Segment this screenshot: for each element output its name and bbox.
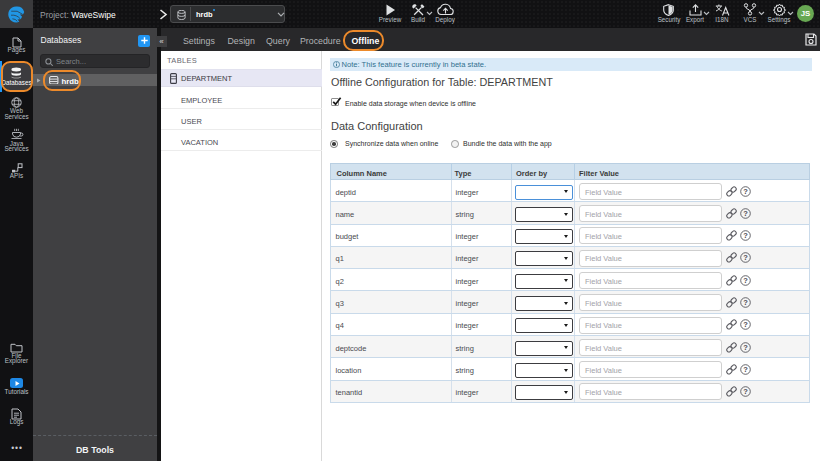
svg-text:?: ? (743, 298, 748, 307)
svg-text:?: ? (743, 343, 748, 352)
svg-text:?: ? (743, 253, 748, 262)
svg-text:?: ? (743, 231, 748, 240)
svg-text:?: ? (743, 276, 748, 285)
svg-text:?: ? (743, 320, 748, 329)
svg-text:?: ? (743, 387, 748, 396)
svg-text:?: ? (743, 209, 748, 218)
svg-text:?: ? (743, 187, 748, 196)
svg-text:?: ? (743, 365, 748, 374)
